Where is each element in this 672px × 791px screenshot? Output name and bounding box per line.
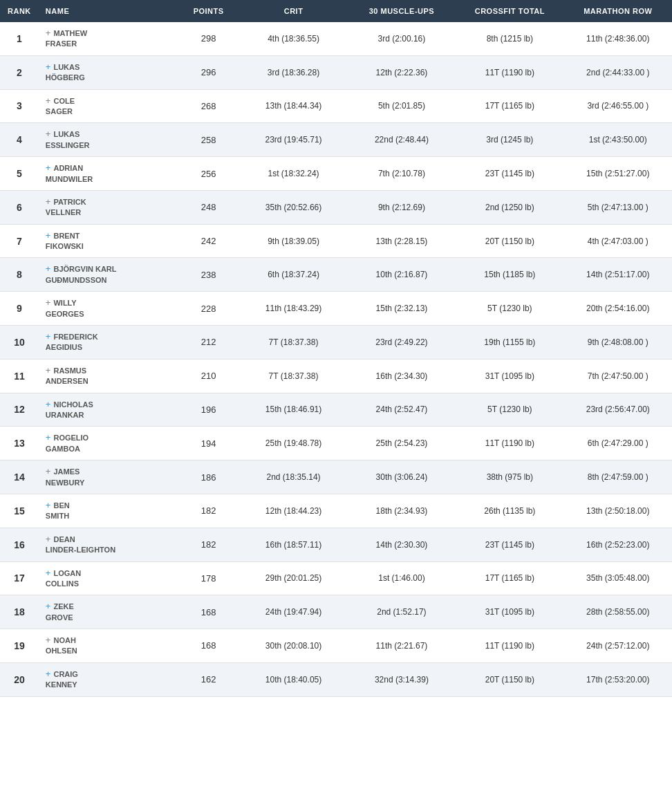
rank-cell: 19 bbox=[0, 629, 39, 663]
muscle-ups-cell: 2nd (1:52.17) bbox=[348, 595, 456, 629]
athlete-name: DEANLINDER-LEIGHTON bbox=[46, 535, 115, 554]
rank-cell: 3 bbox=[0, 89, 39, 123]
expand-icon[interactable]: + bbox=[46, 95, 51, 106]
rank-cell: 11 bbox=[0, 359, 39, 393]
rank-cell: 14 bbox=[0, 460, 39, 494]
points-cell: 196 bbox=[178, 393, 239, 427]
athlete-name: LUKASESSLINGER bbox=[46, 130, 90, 149]
expand-icon[interactable]: + bbox=[46, 263, 51, 274]
expand-icon[interactable]: + bbox=[46, 331, 51, 342]
name-cell: +LUKASESSLINGER bbox=[39, 123, 178, 157]
expand-icon[interactable]: + bbox=[46, 129, 51, 139]
marathon-row-cell: 24th (2:57:12.00) bbox=[564, 629, 672, 663]
name-cell: +DEANLINDER-LEIGHTON bbox=[39, 528, 178, 561]
expand-icon[interactable]: + bbox=[46, 230, 51, 241]
expand-icon[interactable]: + bbox=[46, 196, 51, 207]
col-crit: CRIT bbox=[239, 0, 347, 22]
crit-cell: 1st (18:32.24) bbox=[239, 157, 347, 191]
marathon-row-cell: 5th (2:47:13.00 ) bbox=[564, 190, 672, 224]
name-cell: +RASMUSANDERSEN bbox=[39, 359, 178, 393]
crossfit-total-cell: 38th (975 lb) bbox=[456, 460, 563, 494]
rank-cell: 12 bbox=[0, 393, 39, 427]
table-row: 3+COLESAGER26813th (18:44.34)5th (2:01.8… bbox=[0, 89, 672, 123]
marathon-row-cell: 11th (2:48:36.00) bbox=[564, 22, 672, 55]
crit-cell: 2nd (18:35.14) bbox=[239, 460, 347, 494]
points-cell: 268 bbox=[178, 89, 239, 123]
rank-cell: 6 bbox=[0, 190, 39, 224]
expand-icon[interactable]: + bbox=[46, 466, 51, 476]
crit-cell: 35th (20:52.66) bbox=[239, 190, 347, 224]
crit-cell: 12th (18:44.23) bbox=[239, 494, 347, 528]
table-row: 7+BRENTFIKOWSKI2429th (18:39.05)13th (2:… bbox=[0, 224, 672, 258]
marathon-row-cell: 3rd (2:46:55.00 ) bbox=[564, 89, 672, 123]
marathon-row-cell: 4th (2:47:03.00 ) bbox=[564, 224, 672, 258]
table-row: 18+ZEKEGROVE16824th (19:47.94)2nd (1:52.… bbox=[0, 595, 672, 629]
rank-cell: 13 bbox=[0, 427, 39, 460]
expand-icon[interactable]: + bbox=[46, 534, 51, 544]
expand-icon[interactable]: + bbox=[46, 669, 51, 679]
expand-icon[interactable]: + bbox=[46, 635, 51, 645]
name-cell: +PATRICKVELLNER bbox=[39, 190, 178, 224]
crossfit-total-cell: 8th (1215 lb) bbox=[456, 22, 563, 55]
muscle-ups-cell: 3rd (2:00.16) bbox=[348, 22, 456, 55]
rank-cell: 8 bbox=[0, 258, 39, 292]
athlete-name: BJÖRGVIN KARLGUÐMUNDSSON bbox=[46, 265, 117, 283]
expand-icon[interactable]: + bbox=[46, 297, 51, 308]
expand-icon[interactable]: + bbox=[46, 62, 51, 72]
table-row: 10+FREDERICKAEGIDIUS2127T (18:37.38)23rd… bbox=[0, 326, 672, 360]
crossfit-total-cell: 15th (1185 lb) bbox=[456, 258, 563, 292]
crossfit-total-cell: 20T (1150 lb) bbox=[456, 662, 563, 696]
name-cell: +ZEKEGROVE bbox=[39, 595, 178, 629]
crit-cell: 11th (18:43.29) bbox=[239, 292, 347, 326]
expand-icon[interactable]: + bbox=[46, 601, 51, 611]
crossfit-total-cell: 11T (1190 lb) bbox=[456, 629, 563, 663]
table-row: 5+ADRIANMUNDWILER2561st (18:32.24)7th (2… bbox=[0, 157, 672, 191]
crossfit-total-cell: 3rd (1245 lb) bbox=[456, 123, 563, 157]
athlete-name: LUKASHÖGBERG bbox=[46, 63, 85, 82]
table-row: 12+NICHOLASURANKAR19615th (18:46.91)24th… bbox=[0, 393, 672, 427]
name-cell: +WILLYGEORGES bbox=[39, 292, 178, 326]
points-cell: 194 bbox=[178, 427, 239, 460]
expand-icon[interactable]: + bbox=[46, 568, 51, 578]
expand-icon[interactable]: + bbox=[46, 399, 51, 409]
crit-cell: 29th (20:01.25) bbox=[239, 561, 347, 595]
name-cell: +NOAHOHLSEN bbox=[39, 629, 178, 663]
points-cell: 296 bbox=[178, 55, 239, 89]
muscle-ups-cell: 13th (2:28.15) bbox=[348, 224, 456, 258]
name-cell: +ADRIANMUNDWILER bbox=[39, 157, 178, 191]
table-row: 13+ROGELIOGAMBOA19425th (19:48.78)25th (… bbox=[0, 427, 672, 460]
marathon-row-cell: 1st (2:43:50.00) bbox=[564, 123, 672, 157]
athlete-name: PATRICKVELLNER bbox=[46, 198, 86, 216]
marathon-row-cell: 2nd (2:44:33.00 ) bbox=[564, 55, 672, 89]
expand-icon[interactable]: + bbox=[46, 365, 51, 375]
expand-icon[interactable]: + bbox=[46, 162, 51, 173]
name-cell: +LOGANCOLLINS bbox=[39, 561, 178, 595]
name-cell: +NICHOLASURANKAR bbox=[39, 393, 178, 427]
rank-cell: 2 bbox=[0, 55, 39, 89]
crossfit-total-cell: 23T (1145 lb) bbox=[456, 157, 563, 191]
rank-cell: 5 bbox=[0, 157, 39, 191]
crossfit-total-cell: 5T (1230 lb) bbox=[456, 393, 563, 427]
table-row: 17+LOGANCOLLINS17829th (20:01.25)1st (1:… bbox=[0, 561, 672, 595]
marathon-row-cell: 17th (2:53:20.00) bbox=[564, 662, 672, 696]
expand-icon[interactable]: + bbox=[46, 500, 51, 510]
crossfit-total-cell: 5T (1230 lb) bbox=[456, 292, 563, 326]
name-cell: +MATHEWFRASER bbox=[39, 22, 178, 55]
expand-icon[interactable]: + bbox=[46, 28, 51, 38]
table-row: 16+DEANLINDER-LEIGHTON18216th (18:57.11)… bbox=[0, 528, 672, 561]
marathon-row-cell: 23rd (2:56:47.00) bbox=[564, 393, 672, 427]
leaderboard-table: RANK NAME POINTS CRIT 30 MUSCLE-UPS CROS… bbox=[0, 0, 672, 697]
name-cell: +FREDERICKAEGIDIUS bbox=[39, 326, 178, 360]
rank-cell: 16 bbox=[0, 528, 39, 561]
name-cell: +BJÖRGVIN KARLGUÐMUNDSSON bbox=[39, 258, 178, 292]
table-row: 15+BENSMITH18212th (18:44.23)18th (2:34.… bbox=[0, 494, 672, 528]
muscle-ups-cell: 22nd (2:48.44) bbox=[348, 123, 456, 157]
muscle-ups-cell: 11th (2:21.67) bbox=[348, 629, 456, 663]
table-header-row: RANK NAME POINTS CRIT 30 MUSCLE-UPS CROS… bbox=[0, 0, 672, 22]
rank-cell: 20 bbox=[0, 662, 39, 696]
table-row: 11+RASMUSANDERSEN2107T (18:37.38)16th (2… bbox=[0, 359, 672, 393]
expand-icon[interactable]: + bbox=[46, 432, 51, 443]
athlete-name: FREDERICKAEGIDIUS bbox=[46, 333, 98, 351]
name-cell: +CRAIGKENNEY bbox=[39, 662, 178, 696]
name-cell: +JAMESNEWBURY bbox=[39, 460, 178, 494]
